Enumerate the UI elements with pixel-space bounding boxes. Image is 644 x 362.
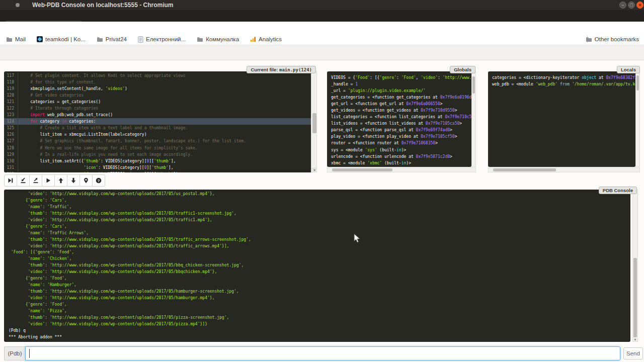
down-button[interactable] — [67, 174, 80, 187]
page-header: Web-PDB Console on localhost:5555 — [0, 45, 644, 60]
bookmark-teamkodi[interactable]: teamkodi | Ko... — [37, 36, 86, 42]
analytics-favicon — [250, 36, 256, 42]
pdb-command-input[interactable] — [25, 346, 620, 360]
code-vertical-scrollbar[interactable]: ▼ — [311, 71, 317, 172]
debugger-toolbar: ? — [4, 174, 105, 187]
folder-icon — [197, 37, 203, 42]
bookmark-electronic[interactable]: Електронний... — [138, 36, 186, 43]
bookmark-label: Privat24 — [106, 36, 127, 42]
folder-icon — [6, 37, 13, 42]
scrollbar-down-arrow[interactable]: ▼ — [311, 168, 317, 172]
next-button[interactable] — [4, 174, 17, 187]
code-lines: 117 # Set plugin content. It allows Kodi… — [4, 72, 312, 172]
scrollbar-down-arrow[interactable]: ▼ — [632, 337, 638, 342]
mouse-cursor — [354, 233, 361, 243]
globals-badge: Globals — [450, 66, 475, 73]
pdb-console-panel: 'video': 'http://www.vidsplay.com/wp-con… — [4, 190, 630, 342]
step-into-icon — [20, 177, 26, 184]
locals-badge: Locals — [617, 66, 640, 73]
continue-button[interactable] — [42, 174, 55, 187]
step-button[interactable] — [17, 174, 30, 187]
tab-strip: Web-PDB Console on loca × + — [0, 10, 644, 22]
browser-toolbar: i localhost:5555 ☆ ⋮ — [0, 22, 644, 34]
screen: Web-PDB Console on localhost:5555 - Chro… — [0, 0, 644, 362]
globals-panel: VIDEOS = {'Food': [{'genre': 'Food', 'vi… — [327, 71, 471, 167]
scrollbar-thumb[interactable] — [633, 258, 637, 337]
other-bookmarks-button[interactable]: Other bookmarks — [586, 34, 639, 45]
locals-panel: categories = <dictionary-keyiterator obj… — [488, 71, 635, 167]
bookmark-privat24[interactable]: Privat24 — [97, 36, 127, 42]
step-next-icon — [8, 177, 14, 184]
return-button[interactable] — [29, 174, 42, 187]
current-file-label: Current file: — [251, 67, 278, 72]
kodi-favicon — [37, 36, 43, 42]
step-out-icon — [33, 177, 39, 184]
scrollbar-thumb[interactable] — [493, 168, 556, 171]
bookmark-label: Analytics — [259, 36, 282, 42]
play-icon — [45, 177, 51, 184]
current-file-badge: Current file: main.py(124) — [247, 66, 316, 73]
window-minimize-button[interactable]: − — [619, 2, 626, 9]
bookmark-kommunalka[interactable]: Коммуналка — [197, 36, 239, 42]
svg-text:?: ? — [98, 178, 100, 183]
scrollbar-thumb[interactable] — [312, 113, 316, 133]
bookmark-label: teamkodi | Ko... — [45, 36, 86, 42]
current-file-name: main.py(124) — [279, 67, 312, 72]
scrollbar-thumb[interactable] — [472, 76, 475, 94]
window-close-button[interactable]: × — [636, 2, 643, 9]
bookmark-label: Коммуналка — [206, 36, 239, 42]
send-button[interactable]: Send — [623, 347, 643, 359]
bookmark-mail[interactable]: Mail — [6, 36, 26, 42]
scrollbar-thumb[interactable] — [636, 75, 639, 90]
text-caret — [29, 349, 30, 358]
folder-icon — [97, 37, 103, 42]
bookmark-analytics[interactable]: Analytics — [250, 36, 282, 42]
window-maximize-button[interactable]: □ — [628, 2, 635, 9]
pdb-console-badge: PDB Console — [599, 187, 637, 194]
arrow-down-icon — [70, 177, 76, 184]
where-button[interactable] — [79, 174, 93, 187]
console-output: 'video': 'http://www.vidsplay.com/wp-con… — [9, 191, 627, 340]
bookmark-label: Mail — [15, 36, 26, 42]
location-pin-icon — [83, 177, 89, 184]
document-favicon — [138, 36, 143, 43]
window-titlebar: Web-PDB Console on localhost:5555 - Chro… — [0, 0, 644, 10]
locals-lines: categories = <dictionary-keyiterator obj… — [492, 74, 635, 87]
scrollbar-thumb[interactable] — [332, 168, 392, 171]
help-icon: ? — [96, 177, 102, 184]
window-title: Web-PDB Console on localhost:5555 - Chro… — [32, 2, 173, 9]
window-app-dot-icon — [16, 3, 20, 7]
bookmark-label: Електронний... — [146, 36, 186, 42]
arrow-up-icon — [58, 177, 64, 184]
pdb-prompt-label: (Pdb) — [4, 346, 25, 360]
globals-lines: VIDEOS = {'Food': [{'genre': 'Food', 'vi… — [331, 74, 471, 166]
source-code-panel: 117 # Set plugin content. It allows Kodi… — [4, 71, 317, 172]
folder-icon — [586, 37, 592, 42]
up-button[interactable] — [54, 174, 67, 187]
other-bookmarks-label: Other bookmarks — [595, 36, 639, 42]
bookmarks-bar: Mail teamkodi | Ko... Privat24 Електронн… — [0, 34, 644, 45]
help-button[interactable]: ? — [92, 174, 105, 187]
